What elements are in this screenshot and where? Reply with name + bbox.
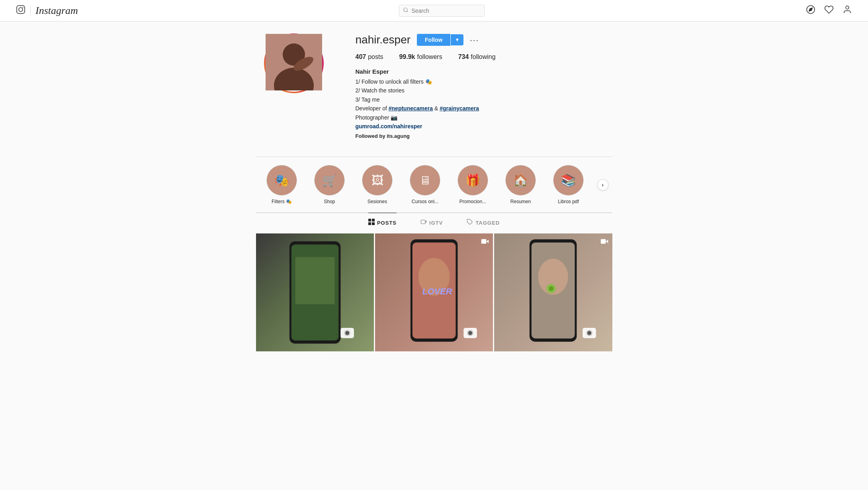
posts-label: posts [368,53,383,61]
bio-line-2: 2/ Watch the stories [356,86,612,95]
tagged-icon [467,219,473,227]
highlight-circle-sesiones: 🖼 [362,165,393,196]
highlight-label-filters: Filters 🎭 [272,199,292,204]
bio-name: Nahir Esper [356,67,612,76]
svg-point-31 [468,331,472,335]
highlight-label-resumen: Resumen [510,199,531,204]
neptunecamera-hashtag[interactable]: #neptunecamera [389,105,433,112]
highlight-label-libros: Libros pdf [558,199,579,204]
posts-count: 407 [356,53,366,61]
tabs-section: POSTS IGTV TAGGED [256,213,612,232]
followed-by: Followed by its.agung [356,132,612,141]
header-nav [806,5,852,17]
profile-top-row: nahir.esper Follow ▼ ··· [356,33,612,46]
highlights-section: 🎭 Filters 🎭 🛒 Shop 🖼 Sesiones 🖥 [256,157,612,213]
follow-button-group: Follow ▼ [417,34,463,46]
bio-line-5: Photographer 📷 [356,113,612,122]
profile-icon[interactable] [843,5,852,17]
highlight-sesiones[interactable]: 🖼 Sesiones [360,165,395,204]
highlight-circle-cursos: 🖥 [410,165,440,196]
tab-igtv[interactable]: IGTV [420,213,443,232]
highlight-circle-shop: 🛒 [314,165,345,196]
svg-rect-15 [372,222,375,225]
follow-dropdown-button[interactable]: ▼ [450,34,463,45]
instagram-camera-icon [16,5,25,17]
profile-info: nahir.esper Follow ▼ ··· 407 posts 99.9k… [356,33,612,141]
bio-line-3: 3/ Tag me [356,95,612,104]
logo-area: Instagram [16,5,78,17]
highlight-label-shop: Shop [324,199,335,204]
tab-posts[interactable]: POSTS [368,213,397,232]
svg-point-2 [23,7,23,8]
svg-point-40 [587,331,591,335]
following-label: following [471,53,495,61]
search-area [78,5,806,17]
profile-username: nahir.esper [356,33,411,46]
highlight-circle-resumen: 🏠 [505,165,536,196]
svg-rect-12 [368,219,371,221]
following-stat[interactable]: 734 following [458,53,496,61]
header: Instagram [0,0,868,22]
followers-stat[interactable]: 99.9k followers [399,53,442,61]
profile-header: nahir.esper Follow ▼ ··· 407 posts 99.9k… [256,33,612,157]
svg-rect-20 [295,257,334,304]
tab-tagged[interactable]: TAGGED [467,213,500,232]
explore-icon[interactable] [806,5,815,17]
more-options-button[interactable]: ··· [470,35,479,45]
svg-rect-13 [372,219,375,221]
bio-line-4: Developer of #neptunecamera & #grainycam… [356,104,612,113]
avatar[interactable] [267,36,321,90]
highlights-next-button[interactable]: › [597,179,608,190]
avatar-inner [266,35,322,92]
search-wrapper [399,5,485,17]
highlight-circle-libros: 📚 [553,165,584,196]
highlight-promocion[interactable]: 🎁 Promocion... [455,165,491,204]
svg-point-7 [846,6,849,9]
highlight-resumen[interactable]: 🏠 Resumen [503,165,539,204]
followers-count: 99.9k [399,53,415,61]
svg-point-37 [549,286,553,291]
main-content: nahir.esper Follow ▼ ··· 407 posts 99.9k… [248,22,620,351]
followers-label: followers [417,53,442,61]
highlight-shop[interactable]: 🛒 Shop [312,165,348,204]
heart-icon[interactable] [824,5,834,17]
profile-bio: Nahir Esper 1/ Follow to unlock all filt… [356,67,612,141]
tab-igtv-label: IGTV [429,220,443,226]
svg-point-23 [345,331,349,335]
svg-marker-6 [809,8,812,11]
highlight-libros[interactable]: 📚 Libros pdf [551,165,586,204]
svg-text:LOVER: LOVER [422,286,452,296]
svg-point-1 [19,8,23,12]
highlight-label-promocion: Promocion... [459,199,486,204]
highlight-circle-filters: 🎭 [266,165,297,196]
search-input[interactable] [399,5,485,17]
grainycamera-hashtag[interactable]: #grainycamera [440,105,479,112]
post-thumb-3[interactable] [494,233,612,351]
bio-link[interactable]: gumroad.com/nahiresper [356,123,422,129]
bio-line-1: 1/ Follow to unlock all filters 🎭 [356,77,612,86]
svg-rect-14 [368,222,371,225]
following-count: 734 [458,53,469,61]
igtv-icon [420,219,427,227]
svg-rect-16 [421,220,425,223]
posts-grid: LOVER [256,233,612,351]
posts-grid-icon [368,219,375,227]
highlight-cursos[interactable]: 🖥 Cursos onl... [407,165,443,204]
tab-tagged-label: TAGGED [475,220,500,226]
post-thumb-2[interactable]: LOVER [375,233,493,351]
posts-stat: 407 posts [356,53,383,61]
followed-by-user[interactable]: its.agung [387,133,410,139]
svg-rect-0 [17,6,25,14]
avatar-ring [264,33,324,93]
highlights-list: 🎭 Filters 🎭 🛒 Shop 🖼 Sesiones 🖥 [256,165,594,204]
highlight-filters[interactable]: 🎭 Filters 🎭 [264,165,300,204]
highlight-circle-promocion: 🎁 [457,165,488,196]
avatar-wrap [264,33,324,93]
header-divider [30,5,31,16]
tab-posts-label: POSTS [377,220,397,226]
post-thumb-1[interactable] [256,233,374,351]
highlight-label-cursos: Cursos onl... [412,199,438,204]
profile-stats: 407 posts 99.9k followers 734 following [356,53,612,61]
highlight-label-sesiones: Sesiones [368,199,387,204]
follow-button[interactable]: Follow [417,34,450,46]
